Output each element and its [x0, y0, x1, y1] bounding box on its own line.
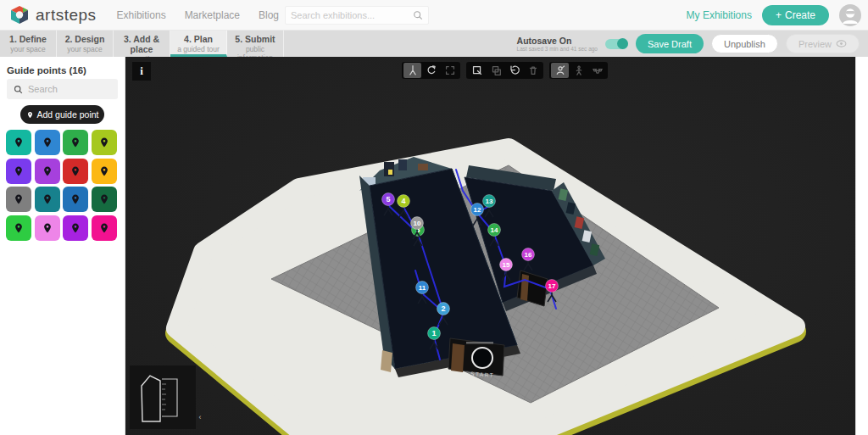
exhibition-search-input[interactable]	[291, 10, 413, 20]
pin-icon	[98, 136, 110, 149]
color-tile-1[interactable]	[6, 130, 31, 155]
guide-point-number: 15	[503, 261, 510, 269]
pin-icon	[42, 165, 53, 178]
autosave-status: Last saved 3 min and 41 sec ago	[517, 46, 598, 52]
guide-view-tool-icon[interactable]	[551, 63, 569, 78]
step-submit[interactable]: 5. Submitpublic information	[227, 31, 284, 57]
guide-point-number: 2	[441, 304, 445, 313]
eye-icon	[836, 40, 847, 47]
pin-icon	[13, 165, 25, 178]
brand-name: artsteps	[36, 6, 97, 25]
workflow-steps-bar: 1. Defineyour space2. Designyour space3.…	[0, 31, 868, 57]
guide-point-number: 10	[414, 220, 421, 227]
toolbar-group-2	[466, 62, 543, 79]
pillar	[381, 350, 392, 372]
minimap: ‹	[130, 365, 196, 429]
3d-scene[interactable]: START 123451011121314151617	[125, 57, 855, 435]
artsteps-logo[interactable]: artsteps	[8, 4, 97, 26]
color-tile-16[interactable]	[92, 215, 117, 241]
search-icon	[14, 85, 23, 94]
walk-tool-icon[interactable]	[570, 63, 587, 78]
pin-icon	[70, 136, 81, 149]
orbit-tool-icon[interactable]	[422, 63, 440, 78]
floorplan-wireframe	[130, 365, 196, 429]
color-tile-14[interactable]	[35, 215, 60, 241]
minimap-collapse-button[interactable]: ‹	[196, 410, 204, 425]
pin-icon	[13, 221, 25, 235]
pin-icon	[70, 165, 81, 178]
color-tile-2[interactable]	[35, 130, 60, 155]
preview-button[interactable]: Preview	[786, 34, 860, 53]
step-define[interactable]: 1. Defineyour space	[0, 31, 57, 57]
guide-point-number: 16	[525, 251, 532, 259]
color-tile-7[interactable]	[63, 159, 88, 184]
pin-icon	[42, 136, 53, 149]
guide-point-number: 12	[474, 206, 481, 214]
info-button[interactable]: i	[132, 62, 151, 81]
toolbar-group-1	[402, 62, 460, 79]
color-tile-8[interactable]	[92, 159, 117, 184]
guide-point-search[interactable]	[7, 79, 118, 99]
nav-link-blog[interactable]: Blog	[259, 9, 279, 21]
guide-points-sidebar: Guide points (16) Add guide point	[0, 57, 125, 435]
guide-point-number: 14	[491, 226, 498, 234]
pin-icon	[42, 221, 53, 235]
search-icon	[413, 10, 423, 20]
color-tile-11[interactable]	[63, 187, 88, 212]
select-area-tool-icon[interactable]	[468, 63, 486, 78]
autosave-toggle[interactable]	[605, 39, 628, 49]
unpublish-button[interactable]: Unpublish	[711, 34, 778, 53]
color-tile-6[interactable]	[35, 159, 60, 184]
drone-view-tool-icon[interactable]	[588, 63, 606, 78]
top-navbar: artsteps ExhibitionsMarketplaceBlogServi…	[0, 0, 868, 31]
add-guide-point-button[interactable]: Add guide point	[20, 105, 104, 124]
pin-icon	[26, 110, 34, 120]
color-tile-4[interactable]	[92, 130, 117, 155]
plus-icon: +	[776, 9, 782, 21]
toolbar-group-3	[549, 62, 608, 79]
guide-point-number: 4	[401, 197, 405, 205]
color-tile-13[interactable]	[6, 215, 31, 241]
duplicate-tool-icon[interactable]	[487, 63, 504, 78]
guide-point-number: 1	[431, 329, 436, 337]
pin-icon	[98, 221, 110, 235]
step-plan[interactable]: 4. Plana guided tour	[170, 31, 227, 57]
nav-link-exhibitions[interactable]: Exhibitions	[117, 9, 166, 21]
color-tile-10[interactable]	[35, 187, 60, 212]
color-tile-9[interactable]	[6, 187, 31, 212]
move-tool-icon[interactable]	[403, 63, 421, 78]
pin-icon	[42, 192, 53, 206]
guide-point-number: 5	[386, 195, 390, 204]
viewport-toolbar	[402, 62, 608, 79]
undo-tool-icon[interactable]	[505, 63, 523, 78]
create-button[interactable]: + Create	[762, 5, 829, 25]
vr-user-icon	[839, 4, 861, 26]
color-tile-3[interactable]	[63, 130, 88, 155]
expand-tool-icon[interactable]	[441, 63, 459, 78]
color-tile-12[interactable]	[92, 187, 117, 212]
pin-icon	[70, 192, 81, 206]
navbar-right: My Exhibitions + Create	[687, 0, 861, 31]
entrance-sign	[466, 342, 493, 344]
guide-point-color-palette	[6, 130, 120, 241]
3d-viewport[interactable]: START 123451011121314151617 i ‹	[125, 57, 855, 435]
pin-icon	[98, 192, 110, 206]
color-tile-15[interactable]	[63, 215, 88, 241]
save-draft-button[interactable]: Save Draft	[636, 34, 704, 53]
my-exhibitions-link[interactable]: My Exhibitions	[687, 9, 752, 21]
color-tile-5[interactable]	[6, 159, 31, 184]
avatar[interactable]	[839, 4, 861, 26]
pin-icon	[70, 221, 81, 235]
pin-icon	[13, 136, 25, 149]
autosave-label: Autosave On Last saved 3 min and 41 sec …	[517, 36, 598, 52]
step-addplace[interactable]: 3. Add & placeyour artifacts	[114, 31, 170, 57]
viewport-edge	[855, 57, 856, 435]
delete-tool-icon[interactable]	[524, 63, 542, 78]
artsteps-cube-icon	[8, 4, 31, 26]
nav-link-marketplace[interactable]: Marketplace	[185, 9, 240, 21]
steps-actions: Autosave On Last saved 3 min and 41 sec …	[517, 31, 860, 57]
guide-point-search-input[interactable]	[28, 84, 104, 94]
exhibition-search[interactable]	[285, 6, 429, 25]
toggle-knob	[617, 38, 628, 49]
step-design[interactable]: 2. Designyour space	[57, 31, 114, 57]
